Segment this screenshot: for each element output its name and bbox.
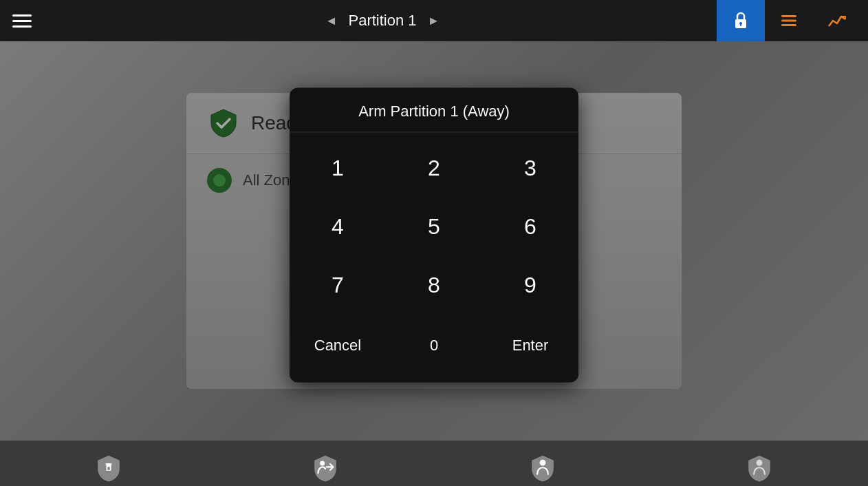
disarm-button[interactable]: Disarm	[0, 441, 217, 486]
keypad-grid: 1 2 3 4 5 6 7 8 9	[290, 132, 578, 321]
svg-rect-3	[781, 15, 796, 17]
partition-title: Partition 1	[348, 12, 416, 30]
stay-button[interactable]: Stay	[434, 441, 651, 486]
chart-icon	[826, 10, 848, 32]
list-icon	[778, 10, 800, 32]
status-dot	[207, 168, 232, 193]
keypad-button-4[interactable]: 4	[290, 198, 386, 256]
keypad-button-7[interactable]: 7	[290, 256, 386, 315]
status-dot-inner	[213, 174, 226, 187]
bottom-toolbar: Disarm Away Stay	[0, 441, 868, 486]
svg-point-11	[539, 460, 545, 466]
main-content: Ready to Arm All Zones Secure Arm Partit…	[0, 41, 868, 441]
keypad-bottom-row: Cancel 0 Enter	[290, 321, 578, 375]
svg-rect-4	[781, 20, 796, 22]
svg-rect-8	[107, 467, 110, 469]
svg-rect-5	[781, 24, 796, 26]
clear-icon	[744, 454, 774, 484]
list-tab-button[interactable]	[765, 0, 813, 41]
svg-point-9	[320, 461, 325, 466]
keypad-button-3[interactable]: 3	[482, 139, 578, 198]
header: ◄ Partition 1 ►	[0, 0, 868, 41]
svg-rect-2	[740, 23, 741, 26]
svg-rect-7	[105, 463, 111, 465]
keypad-button-1[interactable]: 1	[290, 139, 386, 198]
clear-button[interactable]: Clear	[651, 441, 869, 486]
keypad-dialog: Arm Partition 1 (Away) 1 2 3 4 5 6 7 8 9…	[290, 87, 578, 382]
keypad-button-5[interactable]: 5	[386, 198, 482, 256]
prev-partition-button[interactable]: ◄	[325, 14, 338, 28]
disarm-icon	[94, 454, 124, 484]
keypad-button-2[interactable]: 2	[386, 139, 482, 198]
header-left	[7, 9, 48, 33]
keypad-cancel-button[interactable]: Cancel	[290, 321, 386, 370]
security-tab-button[interactable]	[717, 0, 765, 41]
shield-check-icon	[207, 107, 240, 140]
next-partition-button[interactable]: ►	[428, 14, 440, 28]
keypad-enter-button[interactable]: Enter	[482, 321, 578, 370]
chart-tab-button[interactable]	[813, 0, 861, 41]
keypad-button-8[interactable]: 8	[386, 256, 482, 315]
stay-icon	[528, 454, 558, 484]
menu-button[interactable]	[7, 9, 37, 33]
away-icon	[310, 454, 340, 484]
svg-point-12	[757, 460, 763, 466]
keypad-button-9[interactable]: 9	[482, 256, 578, 315]
header-icons	[717, 0, 861, 41]
keypad-button-6[interactable]: 6	[482, 198, 578, 256]
away-button[interactable]: Away	[217, 441, 435, 486]
lock-icon	[730, 10, 752, 32]
partition-nav: ◄ Partition 1 ►	[325, 12, 440, 30]
keypad-button-0[interactable]: 0	[386, 321, 482, 370]
keypad-title: Arm Partition 1 (Away)	[290, 87, 578, 132]
